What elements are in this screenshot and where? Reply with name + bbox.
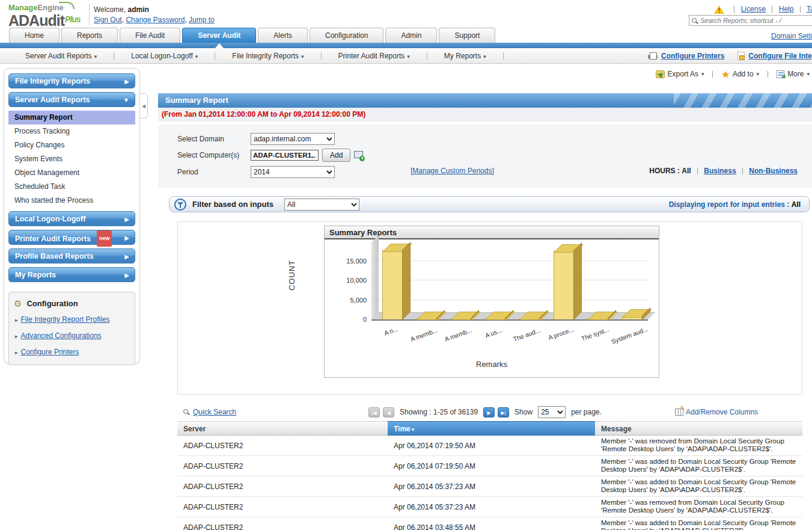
- talkback-link[interactable]: TalkBack: [807, 5, 812, 13]
- showing-label: Showing :: [400, 408, 432, 416]
- next-page-button[interactable]: ▶: [483, 407, 495, 418]
- x-category-label: A memb...: [409, 326, 439, 342]
- license-link[interactable]: License: [741, 5, 766, 13]
- subnav-local-logon-logoff[interactable]: Local Logon-Logoff▾: [131, 52, 198, 60]
- sidebar-section-local-logon-logoff[interactable]: Local Logon-Logoff▶: [8, 211, 135, 226]
- subnav-my-reports[interactable]: My Reports▾: [444, 52, 486, 60]
- page-size-select[interactable]: 25: [538, 406, 566, 418]
- tab-reports[interactable]: Reports: [61, 28, 118, 43]
- tab-support[interactable]: Support: [439, 28, 495, 43]
- report-input-form: Select Domain adap.internal.com Select C…: [158, 125, 812, 188]
- sidebar-section-file-integrity-reports[interactable]: File Integrity Reports▶: [8, 73, 135, 88]
- main-tabs: HomeReportsFile AuditServer AuditAlertsC…: [0, 28, 812, 43]
- file-lock-icon: [737, 52, 745, 60]
- config-link-configure-printers[interactable]: Configure Printers: [21, 348, 79, 356]
- export-icon: [656, 70, 665, 78]
- subnav-server-audit-reports[interactable]: Server Audit Reports▾: [25, 52, 97, 60]
- chevron-down-icon: ▾: [407, 54, 410, 60]
- sidebar-section-printer-audit-reports[interactable]: Printer Audit Reportsnew ▶: [8, 230, 135, 245]
- search-input[interactable]: [700, 16, 812, 25]
- sidebar-section-my-reports[interactable]: My Reports▶: [8, 267, 135, 282]
- manage-custom-periods-link[interactable]: [Manage Custom Periods]: [411, 167, 494, 175]
- brand-plus: Plus: [65, 14, 81, 24]
- configure-printers-link[interactable]: Configure Printers: [661, 52, 724, 60]
- tab-home[interactable]: Home: [9, 28, 60, 43]
- sidebar-item-scheduled-task[interactable]: Scheduled Task: [8, 180, 135, 194]
- titlebar-stripes: [674, 93, 812, 108]
- sidebar-item-system-events[interactable]: System Events: [8, 152, 135, 166]
- show-label: Show: [514, 408, 533, 416]
- warning-icon[interactable]: !: [714, 5, 724, 14]
- add-computer-icon[interactable]: [354, 151, 365, 160]
- sidebar-item-object-management[interactable]: Object Management: [8, 166, 135, 180]
- domain-settings-link[interactable]: Domain Settings: [771, 32, 812, 40]
- quick-search[interactable]: Quick Search: [183, 408, 236, 416]
- star-icon: ★: [721, 70, 729, 78]
- tab-configuration[interactable]: Configuration: [310, 28, 383, 43]
- column-header-server[interactable]: Server: [177, 421, 388, 436]
- chevron-down-icon: ▾: [94, 54, 97, 60]
- help-link[interactable]: Help: [779, 5, 794, 13]
- sort-desc-icon: ▾: [412, 427, 415, 433]
- export-as-button[interactable]: Export As▾: [656, 70, 704, 78]
- cell-time: Apr 06,2014 07:19:50 AM: [388, 436, 595, 455]
- sidebar-item-policy-changes[interactable]: Policy Changes: [8, 138, 135, 152]
- expand-right-icon: ▶: [124, 74, 129, 89]
- hours-business-link[interactable]: Business: [704, 167, 736, 175]
- first-page-button[interactable]: |◀: [368, 407, 380, 418]
- add-button[interactable]: Add: [322, 149, 350, 162]
- jump-to-link[interactable]: Jump to: [189, 16, 215, 24]
- expand-right-icon: ▶: [124, 249, 129, 264]
- bar-3: [485, 318, 505, 319]
- x-category-label: A n...: [383, 325, 399, 336]
- sidebar-collapse-handle[interactable]: ◀: [140, 93, 148, 119]
- filter-select[interactable]: All: [284, 199, 359, 211]
- column-header-time[interactable]: Time▾: [388, 421, 595, 436]
- search-icon: [183, 409, 190, 416]
- cell-time: Apr 06,2014 03:48:55 AM: [388, 517, 595, 530]
- chart-title: Summary Reports: [325, 226, 659, 239]
- x-category-label: System aud...: [610, 325, 649, 345]
- select-computers-label: Select Computer(s): [177, 151, 251, 159]
- hours-non-business-link[interactable]: Non-Business: [749, 167, 798, 175]
- sidebar-item-summary-report[interactable]: Summary Report: [8, 111, 135, 125]
- x-category-label: A proce...: [548, 325, 575, 341]
- bar-2: [451, 318, 471, 319]
- top-header: ManageEngine ADAuditPlus Welcome, admin …: [0, 0, 812, 28]
- cell-message: Member '-' was added to Domain Local Sec…: [595, 456, 802, 476]
- prev-page-button[interactable]: ◀: [383, 407, 394, 418]
- tab-accent-strip: [0, 43, 812, 48]
- tab-file-audit[interactable]: File Audit: [120, 28, 180, 43]
- subnav-file-integrity-reports[interactable]: File Integrity Reports▾: [232, 52, 304, 60]
- table-row: ADAP-CLUSTER2 Apr 06,2014 05:37:23 AM Me…: [177, 497, 802, 517]
- subnav-printer-audit-reports[interactable]: Printer Audit Reports▾: [338, 52, 410, 60]
- sidebar-item-who-started-the-process[interactable]: Who started the Process: [8, 194, 135, 208]
- config-link-advanced-configurations[interactable]: Advanced Configurations: [21, 331, 102, 340]
- gridline: [371, 300, 648, 300]
- table-row: ADAP-CLUSTER2 Apr 06,2014 07:19:50 AM Me…: [177, 456, 802, 476]
- last-page-button[interactable]: ▶|: [498, 407, 509, 418]
- config-link-file-integrity-report-profiles[interactable]: File Integrity Report Profiles: [21, 315, 110, 324]
- sign-out-link[interactable]: Sign Out: [94, 16, 122, 24]
- column-header-message[interactable]: Message: [595, 421, 802, 436]
- chevron-down-icon: ▾: [757, 71, 760, 77]
- cell-message: Member '-' was added to Domain Local Sec…: [595, 476, 802, 496]
- y-axis-label: COUNT: [287, 236, 296, 315]
- sidebar-item-process-tracking[interactable]: Process Tracking: [8, 125, 135, 138]
- domain-select[interactable]: adap.internal.com: [251, 133, 335, 145]
- configure-file-integrity-link[interactable]: Configure File Integrity: [748, 52, 812, 60]
- add-to-button[interactable]: ★ Add to▾: [721, 70, 759, 78]
- computers-input[interactable]: [251, 150, 319, 161]
- tab-admin[interactable]: Admin: [385, 28, 437, 43]
- sidebar-section-server-audit-reports[interactable]: Server Audit Reports▼: [8, 92, 135, 107]
- chevron-down-icon: ▾: [301, 54, 304, 60]
- tab-alerts[interactable]: Alerts: [258, 28, 308, 43]
- add-remove-columns-button[interactable]: Add/Remove Columns: [675, 408, 758, 416]
- tab-server-audit[interactable]: Server Audit: [182, 28, 256, 43]
- more-button[interactable]: More▾: [777, 70, 810, 78]
- bar-7: [622, 316, 643, 319]
- change-password-link[interactable]: Change Password: [126, 16, 185, 24]
- header-divider: [89, 4, 90, 25]
- sidebar-section-profile-based-reports[interactable]: Profile Based Reports▶: [8, 248, 135, 263]
- period-select[interactable]: 2014: [251, 166, 335, 178]
